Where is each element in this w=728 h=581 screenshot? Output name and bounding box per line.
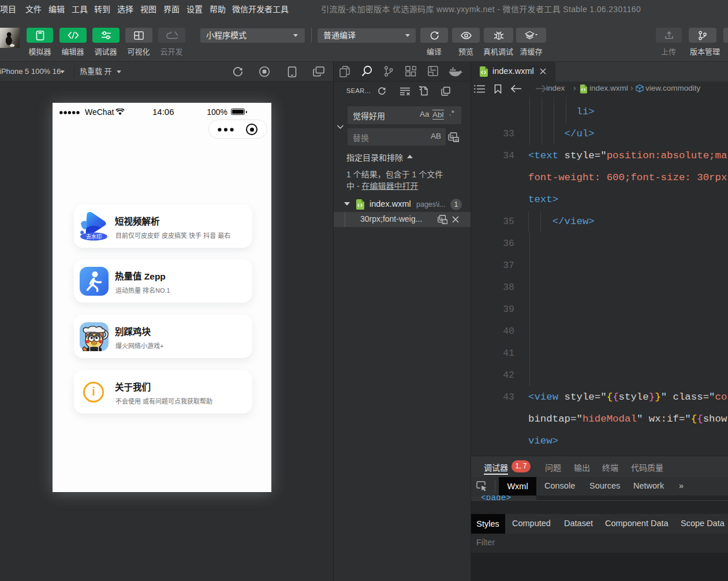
svg-text:b: b [441, 217, 443, 220]
svg-text:c: c [443, 221, 445, 224]
svg-text:b: b [451, 134, 454, 138]
svg-text:ab: ab [454, 138, 459, 142]
svg-text:去水印: 去水印 [86, 233, 102, 240]
